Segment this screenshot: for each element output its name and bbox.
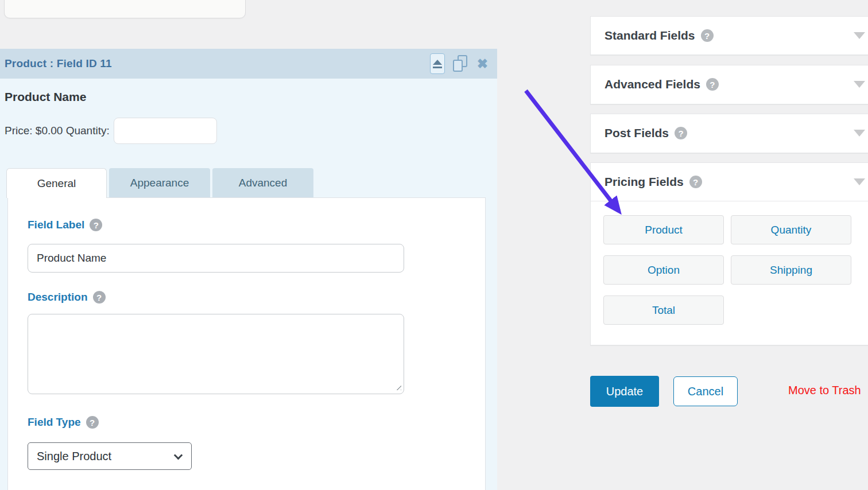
triangle-up-icon bbox=[433, 60, 442, 65]
field-editor-title: Product : Field ID 11 bbox=[5, 57, 112, 70]
field-type-setting: Field Type ? bbox=[28, 416, 485, 429]
description-textarea-wrap bbox=[28, 314, 404, 394]
pricing-fields-card: Pricing Fields ? Product Quantity Option… bbox=[590, 162, 868, 345]
cancel-button[interactable]: Cancel bbox=[673, 376, 738, 406]
collapse-field-icon[interactable] bbox=[430, 53, 445, 74]
pricing-fields-title: Pricing Fields bbox=[604, 175, 684, 189]
collapse-bar bbox=[433, 67, 442, 68]
field-editor-toolbar: ✖ bbox=[430, 53, 488, 74]
field-editor-panel: Product : Field ID 11 ✖ Product Name Pri… bbox=[0, 49, 497, 490]
form-actions: Update Cancel Move to Trash bbox=[590, 376, 868, 407]
advanced-fields-help-icon[interactable]: ? bbox=[706, 78, 719, 91]
update-button[interactable]: Update bbox=[590, 376, 659, 407]
description-setting: Description ? bbox=[28, 291, 485, 304]
post-fields-card: Post Fields ? bbox=[590, 114, 868, 153]
standard-fields-title: Standard Fields bbox=[604, 29, 695, 42]
quantity-field-button[interactable]: Quantity bbox=[731, 215, 851, 244]
pricing-fields-header[interactable]: Pricing Fields ? bbox=[591, 163, 868, 201]
shipping-field-button[interactable]: Shipping bbox=[731, 255, 851, 285]
field-label-setting: Field Label ? bbox=[28, 219, 485, 231]
price-quantity-label: Price: $0.00 Quantity: bbox=[5, 125, 110, 137]
post-fields-help-icon[interactable]: ? bbox=[675, 127, 687, 139]
tab-appearance[interactable]: Appearance bbox=[109, 168, 210, 197]
standard-fields-help-icon[interactable]: ? bbox=[701, 29, 714, 42]
field-type-select-wrap: Single Product bbox=[28, 442, 192, 470]
standard-fields-card: Standard Fields ? bbox=[590, 16, 868, 55]
field-preview-price-row: Price: $0.00 Quantity: bbox=[5, 118, 217, 144]
field-label-help-icon[interactable]: ? bbox=[90, 219, 102, 231]
post-fields-title: Post Fields bbox=[604, 126, 669, 140]
total-field-button[interactable]: Total bbox=[603, 295, 724, 325]
chevron-down-icon bbox=[854, 130, 865, 137]
advanced-fields-card: Advanced Fields ? bbox=[590, 65, 868, 104]
general-tab-panel: Field Label ? Description ? Field Type ?… bbox=[7, 197, 486, 490]
description-textarea[interactable] bbox=[28, 314, 404, 394]
pricing-fields-body: Product Quantity Option Shipping Total bbox=[591, 201, 868, 325]
field-type-help-icon[interactable]: ? bbox=[86, 416, 99, 429]
advanced-fields-header[interactable]: Advanced Fields ? bbox=[591, 65, 868, 103]
field-type-heading: Field Type bbox=[28, 416, 81, 429]
tab-general[interactable]: General bbox=[6, 168, 107, 198]
field-settings-tabs: General Appearance Advanced bbox=[6, 168, 313, 198]
tab-appearance-label: Appearance bbox=[130, 177, 189, 189]
tab-advanced-label: Advanced bbox=[239, 177, 288, 189]
field-editor-header: Product : Field ID 11 ✖ bbox=[0, 49, 497, 79]
move-to-trash-link[interactable]: Move to Trash bbox=[788, 384, 861, 397]
field-type-select[interactable]: Single Product bbox=[28, 442, 192, 470]
option-field-button[interactable]: Option bbox=[603, 255, 724, 285]
chevron-down-icon bbox=[854, 178, 865, 185]
page-front bbox=[453, 60, 463, 72]
tab-advanced[interactable]: Advanced bbox=[212, 168, 313, 197]
field-preview-label: Product Name bbox=[5, 90, 86, 104]
standard-fields-header[interactable]: Standard Fields ? bbox=[591, 17, 868, 55]
delete-field-icon[interactable]: ✖ bbox=[477, 57, 488, 71]
product-field-button[interactable]: Product bbox=[603, 215, 724, 244]
advanced-fields-title: Advanced Fields bbox=[604, 77, 700, 91]
chevron-down-icon bbox=[854, 32, 865, 39]
post-fields-header[interactable]: Post Fields ? bbox=[591, 114, 868, 152]
top-preview-card bbox=[4, 0, 246, 18]
pricing-fields-help-icon[interactable]: ? bbox=[689, 176, 702, 188]
field-chooser-sidebar: Standard Fields ? Advanced Fields ? Post… bbox=[590, 0, 868, 490]
field-label-heading: Field Label bbox=[28, 219, 84, 231]
duplicate-field-icon[interactable] bbox=[452, 55, 470, 73]
quantity-preview-input[interactable] bbox=[114, 118, 217, 144]
chevron-down-icon bbox=[854, 81, 865, 88]
field-label-input[interactable] bbox=[28, 244, 404, 273]
description-heading: Description bbox=[28, 291, 88, 304]
description-help-icon[interactable]: ? bbox=[93, 291, 106, 304]
tab-general-label: General bbox=[37, 177, 76, 190]
